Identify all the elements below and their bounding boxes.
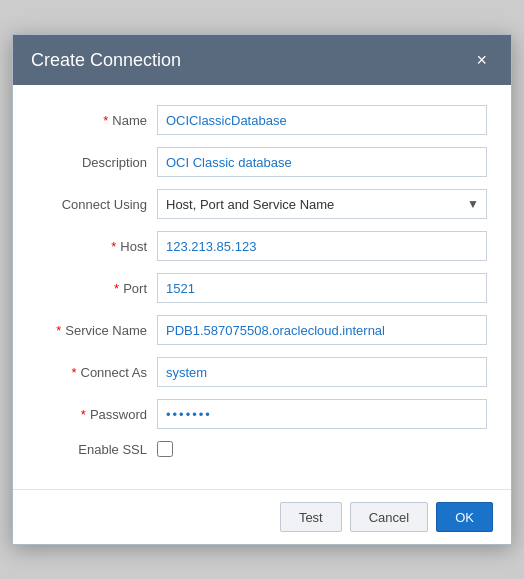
service-name-required-star: *: [56, 323, 61, 338]
port-input[interactable]: [157, 273, 487, 303]
enable-ssl-label: Enable SSL: [37, 442, 157, 457]
description-label: Description: [37, 155, 157, 170]
host-required-star: *: [111, 239, 116, 254]
description-input[interactable]: [157, 147, 487, 177]
connect-using-row: Connect Using Host, Port and Service Nam…: [37, 189, 487, 219]
name-required-star: *: [103, 113, 108, 128]
password-row: *Password: [37, 399, 487, 429]
dialog-title: Create Connection: [31, 50, 181, 71]
connect-as-label: *Connect As: [37, 365, 157, 380]
password-input[interactable]: [157, 399, 487, 429]
service-name-label: *Service Name: [37, 323, 157, 338]
connect-using-label: Connect Using: [37, 197, 157, 212]
cancel-button[interactable]: Cancel: [350, 502, 428, 532]
connect-using-select[interactable]: Host, Port and Service Name JDBC URL TNS: [157, 189, 487, 219]
password-required-star: *: [81, 407, 86, 422]
dialog-header: Create Connection ×: [13, 35, 511, 85]
description-row: Description: [37, 147, 487, 177]
ok-button[interactable]: OK: [436, 502, 493, 532]
password-label: *Password: [37, 407, 157, 422]
port-row: *Port: [37, 273, 487, 303]
connect-as-required-star: *: [71, 365, 76, 380]
enable-ssl-checkbox[interactable]: [157, 441, 173, 457]
service-name-row: *Service Name: [37, 315, 487, 345]
dialog-footer: Test Cancel OK: [13, 489, 511, 544]
enable-ssl-row: Enable SSL: [37, 441, 487, 457]
connect-as-input[interactable]: [157, 357, 487, 387]
host-row: *Host: [37, 231, 487, 261]
connect-as-row: *Connect As: [37, 357, 487, 387]
close-button[interactable]: ×: [470, 49, 493, 71]
port-label: *Port: [37, 281, 157, 296]
name-row: *Name: [37, 105, 487, 135]
name-label: *Name: [37, 113, 157, 128]
connect-using-wrapper: Host, Port and Service Name JDBC URL TNS…: [157, 189, 487, 219]
host-input[interactable]: [157, 231, 487, 261]
dialog-body: *Name Description Connect Using Host, Po…: [13, 85, 511, 489]
host-label: *Host: [37, 239, 157, 254]
service-name-input[interactable]: [157, 315, 487, 345]
enable-ssl-wrapper: [157, 441, 173, 457]
name-input[interactable]: [157, 105, 487, 135]
port-required-star: *: [114, 281, 119, 296]
test-button[interactable]: Test: [280, 502, 342, 532]
create-connection-dialog: Create Connection × *Name Description Co…: [12, 34, 512, 545]
